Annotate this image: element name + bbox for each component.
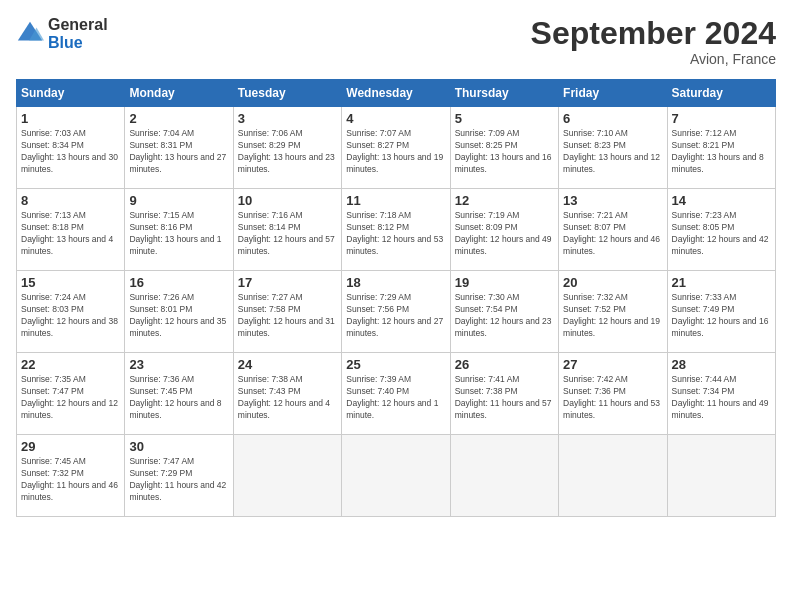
calendar-cell [233, 435, 341, 517]
day-info: Sunrise: 7:15 AMSunset: 8:16 PMDaylight:… [129, 210, 228, 258]
calendar-cell: 20 Sunrise: 7:32 AMSunset: 7:52 PMDaylig… [559, 271, 667, 353]
day-info: Sunrise: 7:33 AMSunset: 7:49 PMDaylight:… [672, 292, 771, 340]
day-info: Sunrise: 7:38 AMSunset: 7:43 PMDaylight:… [238, 374, 337, 422]
day-number: 2 [129, 111, 228, 126]
calendar-cell: 15 Sunrise: 7:24 AMSunset: 8:03 PMDaylig… [17, 271, 125, 353]
calendar-cell: 2 Sunrise: 7:04 AMSunset: 8:31 PMDayligh… [125, 107, 233, 189]
day-info: Sunrise: 7:18 AMSunset: 8:12 PMDaylight:… [346, 210, 445, 258]
calendar-cell: 1 Sunrise: 7:03 AMSunset: 8:34 PMDayligh… [17, 107, 125, 189]
calendar-cell: 13 Sunrise: 7:21 AMSunset: 8:07 PMDaylig… [559, 189, 667, 271]
day-number: 24 [238, 357, 337, 372]
day-number: 17 [238, 275, 337, 290]
day-info: Sunrise: 7:39 AMSunset: 7:40 PMDaylight:… [346, 374, 445, 422]
day-number: 26 [455, 357, 554, 372]
day-number: 15 [21, 275, 120, 290]
logo-blue-text: Blue [48, 34, 108, 52]
day-number: 14 [672, 193, 771, 208]
calendar-week-row: 1 Sunrise: 7:03 AMSunset: 8:34 PMDayligh… [17, 107, 776, 189]
calendar-cell: 14 Sunrise: 7:23 AMSunset: 8:05 PMDaylig… [667, 189, 775, 271]
weekday-header-cell: Wednesday [342, 80, 450, 107]
calendar-cell: 7 Sunrise: 7:12 AMSunset: 8:21 PMDayligh… [667, 107, 775, 189]
calendar-cell: 30 Sunrise: 7:47 AMSunset: 7:29 PMDaylig… [125, 435, 233, 517]
month-title: September 2024 [531, 16, 776, 51]
page-container: General Blue September 2024 Avion, Franc… [0, 0, 792, 525]
calendar-cell: 26 Sunrise: 7:41 AMSunset: 7:38 PMDaylig… [450, 353, 558, 435]
calendar-cell: 21 Sunrise: 7:33 AMSunset: 7:49 PMDaylig… [667, 271, 775, 353]
day-number: 19 [455, 275, 554, 290]
day-info: Sunrise: 7:44 AMSunset: 7:34 PMDaylight:… [672, 374, 771, 422]
day-number: 11 [346, 193, 445, 208]
calendar-cell: 11 Sunrise: 7:18 AMSunset: 8:12 PMDaylig… [342, 189, 450, 271]
calendar-cell [342, 435, 450, 517]
day-info: Sunrise: 7:45 AMSunset: 7:32 PMDaylight:… [21, 456, 120, 504]
calendar-week-row: 15 Sunrise: 7:24 AMSunset: 8:03 PMDaylig… [17, 271, 776, 353]
day-info: Sunrise: 7:47 AMSunset: 7:29 PMDaylight:… [129, 456, 228, 504]
day-number: 21 [672, 275, 771, 290]
calendar-cell: 27 Sunrise: 7:42 AMSunset: 7:36 PMDaylig… [559, 353, 667, 435]
location: Avion, France [531, 51, 776, 67]
day-info: Sunrise: 7:30 AMSunset: 7:54 PMDaylight:… [455, 292, 554, 340]
day-info: Sunrise: 7:36 AMSunset: 7:45 PMDaylight:… [129, 374, 228, 422]
calendar-cell: 25 Sunrise: 7:39 AMSunset: 7:40 PMDaylig… [342, 353, 450, 435]
calendar-cell: 6 Sunrise: 7:10 AMSunset: 8:23 PMDayligh… [559, 107, 667, 189]
calendar-cell: 9 Sunrise: 7:15 AMSunset: 8:16 PMDayligh… [125, 189, 233, 271]
day-number: 6 [563, 111, 662, 126]
calendar-cell: 29 Sunrise: 7:45 AMSunset: 7:32 PMDaylig… [17, 435, 125, 517]
day-info: Sunrise: 7:19 AMSunset: 8:09 PMDaylight:… [455, 210, 554, 258]
calendar-week-row: 22 Sunrise: 7:35 AMSunset: 7:47 PMDaylig… [17, 353, 776, 435]
weekday-header-cell: Saturday [667, 80, 775, 107]
day-info: Sunrise: 7:24 AMSunset: 8:03 PMDaylight:… [21, 292, 120, 340]
day-number: 7 [672, 111, 771, 126]
day-number: 27 [563, 357, 662, 372]
calendar-cell: 17 Sunrise: 7:27 AMSunset: 7:58 PMDaylig… [233, 271, 341, 353]
day-info: Sunrise: 7:29 AMSunset: 7:56 PMDaylight:… [346, 292, 445, 340]
day-info: Sunrise: 7:09 AMSunset: 8:25 PMDaylight:… [455, 128, 554, 176]
calendar-cell: 10 Sunrise: 7:16 AMSunset: 8:14 PMDaylig… [233, 189, 341, 271]
logo-text: General Blue [48, 16, 108, 51]
calendar-table: SundayMondayTuesdayWednesdayThursdayFrid… [16, 79, 776, 517]
calendar-cell: 22 Sunrise: 7:35 AMSunset: 7:47 PMDaylig… [17, 353, 125, 435]
logo-general-text: General [48, 16, 108, 34]
day-number: 3 [238, 111, 337, 126]
weekday-header-cell: Sunday [17, 80, 125, 107]
day-number: 22 [21, 357, 120, 372]
calendar-week-row: 29 Sunrise: 7:45 AMSunset: 7:32 PMDaylig… [17, 435, 776, 517]
weekday-header-cell: Tuesday [233, 80, 341, 107]
day-info: Sunrise: 7:27 AMSunset: 7:58 PMDaylight:… [238, 292, 337, 340]
weekday-header-cell: Thursday [450, 80, 558, 107]
day-number: 28 [672, 357, 771, 372]
calendar-week-row: 8 Sunrise: 7:13 AMSunset: 8:18 PMDayligh… [17, 189, 776, 271]
day-number: 25 [346, 357, 445, 372]
calendar-cell: 28 Sunrise: 7:44 AMSunset: 7:34 PMDaylig… [667, 353, 775, 435]
logo-icon [16, 20, 44, 48]
calendar-body: 1 Sunrise: 7:03 AMSunset: 8:34 PMDayligh… [17, 107, 776, 517]
day-number: 1 [21, 111, 120, 126]
calendar-cell: 8 Sunrise: 7:13 AMSunset: 8:18 PMDayligh… [17, 189, 125, 271]
calendar-cell: 3 Sunrise: 7:06 AMSunset: 8:29 PMDayligh… [233, 107, 341, 189]
calendar-cell: 23 Sunrise: 7:36 AMSunset: 7:45 PMDaylig… [125, 353, 233, 435]
logo: General Blue [16, 16, 108, 51]
day-number: 16 [129, 275, 228, 290]
day-number: 20 [563, 275, 662, 290]
day-info: Sunrise: 7:03 AMSunset: 8:34 PMDaylight:… [21, 128, 120, 176]
calendar-cell: 18 Sunrise: 7:29 AMSunset: 7:56 PMDaylig… [342, 271, 450, 353]
day-info: Sunrise: 7:32 AMSunset: 7:52 PMDaylight:… [563, 292, 662, 340]
day-info: Sunrise: 7:35 AMSunset: 7:47 PMDaylight:… [21, 374, 120, 422]
day-info: Sunrise: 7:16 AMSunset: 8:14 PMDaylight:… [238, 210, 337, 258]
day-info: Sunrise: 7:42 AMSunset: 7:36 PMDaylight:… [563, 374, 662, 422]
day-info: Sunrise: 7:41 AMSunset: 7:38 PMDaylight:… [455, 374, 554, 422]
day-info: Sunrise: 7:26 AMSunset: 8:01 PMDaylight:… [129, 292, 228, 340]
calendar-cell: 4 Sunrise: 7:07 AMSunset: 8:27 PMDayligh… [342, 107, 450, 189]
day-number: 29 [21, 439, 120, 454]
day-number: 4 [346, 111, 445, 126]
calendar-cell: 24 Sunrise: 7:38 AMSunset: 7:43 PMDaylig… [233, 353, 341, 435]
calendar-cell [559, 435, 667, 517]
day-info: Sunrise: 7:06 AMSunset: 8:29 PMDaylight:… [238, 128, 337, 176]
weekday-header-cell: Friday [559, 80, 667, 107]
day-info: Sunrise: 7:23 AMSunset: 8:05 PMDaylight:… [672, 210, 771, 258]
day-number: 5 [455, 111, 554, 126]
day-number: 8 [21, 193, 120, 208]
day-number: 30 [129, 439, 228, 454]
header: General Blue September 2024 Avion, Franc… [16, 16, 776, 67]
day-info: Sunrise: 7:13 AMSunset: 8:18 PMDaylight:… [21, 210, 120, 258]
